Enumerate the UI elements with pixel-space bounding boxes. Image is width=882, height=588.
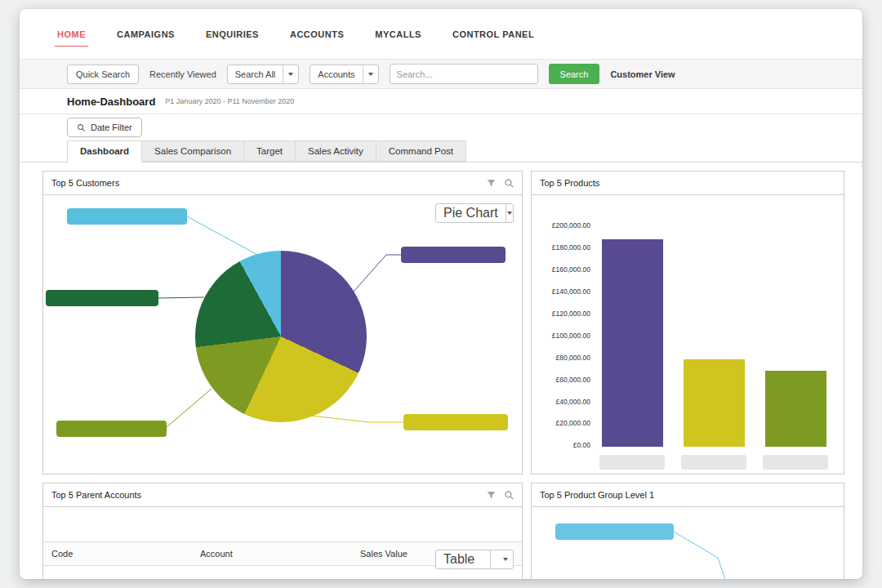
nav-item-control-panel[interactable]: CONTROL PANEL	[452, 29, 534, 39]
module-dropdown[interactable]: Accounts	[310, 65, 378, 84]
pie-callout-label	[403, 414, 508, 430]
nav-item-campaigns[interactable]: CAMPAIGNS	[117, 29, 175, 39]
filter-icon[interactable]	[486, 490, 497, 501]
bar-group	[595, 226, 828, 447]
yaxis-tick-label: £100,000.00	[540, 332, 590, 340]
search-scope-value: Search All	[228, 69, 283, 79]
dashboard-tabs: DashboardSales ComparisonTargetSales Act…	[20, 140, 862, 163]
yaxis-tick-label: £0.00	[540, 442, 590, 449]
yaxis-tick-label: £20,000.00	[540, 420, 590, 427]
panel-top5-product-group: Top 5 Product Group Level 1	[531, 483, 844, 579]
bar-chart-yaxis: £200,000.00£180,000.00£160,000.00£140,00…	[540, 222, 590, 449]
dashboard-content: Top 5 Customers Pie Chart	[20, 163, 862, 579]
pie-callout-label	[56, 421, 167, 437]
search-input[interactable]	[390, 64, 538, 84]
bar[interactable]	[602, 239, 663, 447]
pie-callout-label	[401, 247, 506, 263]
tab-target[interactable]: Target	[243, 140, 296, 162]
filter-icon[interactable]	[486, 178, 497, 189]
column-header-account[interactable]: Account	[192, 542, 352, 566]
search-bar: Quick Search Recently Viewed Search All …	[20, 60, 862, 89]
yaxis-tick-label: £40,000.00	[540, 399, 590, 406]
product-group-connector	[532, 507, 844, 579]
module-value: Accounts	[310, 69, 362, 79]
nav-item-accounts[interactable]: ACCOUNTS	[290, 29, 344, 39]
yaxis-tick-label: £60,000.00	[540, 376, 590, 384]
panel-header: Top 5 Products	[532, 172, 844, 195]
bar-xlabel-redacted	[763, 455, 828, 470]
panel-top5-products: Top 5 Products £200,000.00£180,000.00£16…	[531, 171, 844, 474]
bar[interactable]	[765, 371, 826, 447]
panel-title: Top 5 Parent Accounts	[51, 490, 141, 500]
panel-header: Top 5 Parent Accounts	[43, 483, 522, 507]
pie-callout-label	[555, 523, 674, 540]
page-title: Home-Dashboard	[67, 96, 155, 108]
reporting-period: P1 January 2020 - P11 November 2020	[165, 97, 294, 105]
panel-header: Top 5 Customers	[43, 172, 522, 195]
yaxis-tick-label: £180,000.00	[540, 244, 590, 252]
search-button[interactable]: Search	[549, 64, 600, 84]
panel-top5-parent-accounts: Top 5 Parent Accounts Table	[42, 483, 523, 579]
table-type-value: Table	[436, 552, 482, 567]
chevron-down-icon	[363, 73, 378, 76]
tab-sales-activity[interactable]: Sales Activity	[295, 140, 376, 162]
yaxis-tick-label: £120,000.00	[540, 310, 590, 318]
search-scope-dropdown[interactable]: Search All	[227, 65, 300, 84]
date-filter-button[interactable]: Date Filter	[67, 118, 142, 137]
tab-sales-comparison[interactable]: Sales Comparison	[141, 140, 244, 162]
zoom-icon[interactable]	[504, 178, 514, 189]
pie-callout-label	[46, 290, 158, 306]
yaxis-tick-label: £140,000.00	[540, 288, 590, 296]
date-filter-row: Date Filter	[20, 114, 862, 140]
search-icon	[77, 123, 86, 132]
yaxis-tick-label: £160,000.00	[540, 266, 590, 274]
bar[interactable]	[684, 359, 745, 447]
pie-callout-label	[67, 208, 187, 225]
customer-view-link[interactable]: Customer View	[610, 69, 675, 79]
column-header-code[interactable]: Code	[43, 542, 192, 566]
tab-command-post[interactable]: Command Post	[376, 140, 466, 162]
panel-title: Top 5 Products	[540, 178, 599, 188]
chart-type-dropdown[interactable]: Pie Chart	[435, 203, 514, 223]
panel-title: Top 5 Customers	[51, 178, 119, 188]
nav-item-home[interactable]: HOME	[57, 29, 86, 39]
zoom-icon[interactable]	[504, 490, 514, 501]
yaxis-tick-label: £200,000.00	[540, 222, 590, 229]
quick-search-button[interactable]: Quick Search	[67, 65, 139, 84]
panel-title: Top 5 Product Group Level 1	[540, 490, 654, 500]
bar-xlabel-redacted	[681, 455, 746, 470]
table-type-dropdown[interactable]: Table	[435, 550, 514, 569]
chevron-down-icon	[498, 558, 513, 561]
pie-chart[interactable]	[195, 251, 367, 422]
panel-top5-customers: Top 5 Customers Pie Chart	[42, 171, 523, 474]
chevron-down-icon	[283, 73, 298, 76]
yaxis-tick-label: £80,000.00	[540, 354, 590, 362]
nav-item-enquiries[interactable]: ENQUIRIES	[206, 29, 259, 39]
chevron-down-icon	[506, 212, 513, 215]
date-filter-label: Date Filter	[91, 122, 132, 132]
dropdown-divider	[490, 550, 491, 568]
nav-item-mycalls[interactable]: MYCALLS	[375, 29, 421, 39]
bar-xlabel-redacted	[599, 455, 665, 470]
panel-header: Top 5 Product Group Level 1	[532, 483, 844, 507]
main-nav: HOMECAMPAIGNSENQUIRIESACCOUNTSMYCALLSCON…	[20, 9, 862, 60]
chart-type-value: Pie Chart	[436, 206, 506, 220]
pie-chart-area	[43, 195, 522, 473]
recently-viewed-link[interactable]: Recently Viewed	[149, 69, 216, 79]
app-window: HOMECAMPAIGNSENQUIRIESACCOUNTSMYCALLSCON…	[20, 9, 862, 579]
bar-chart: £200,000.00£180,000.00£160,000.00£140,00…	[532, 195, 844, 470]
breadcrumb: Home-Dashboard P1 January 2020 - P11 Nov…	[20, 89, 862, 114]
bar-chart-xlabels	[595, 455, 828, 470]
tab-dashboard[interactable]: Dashboard	[67, 140, 142, 163]
